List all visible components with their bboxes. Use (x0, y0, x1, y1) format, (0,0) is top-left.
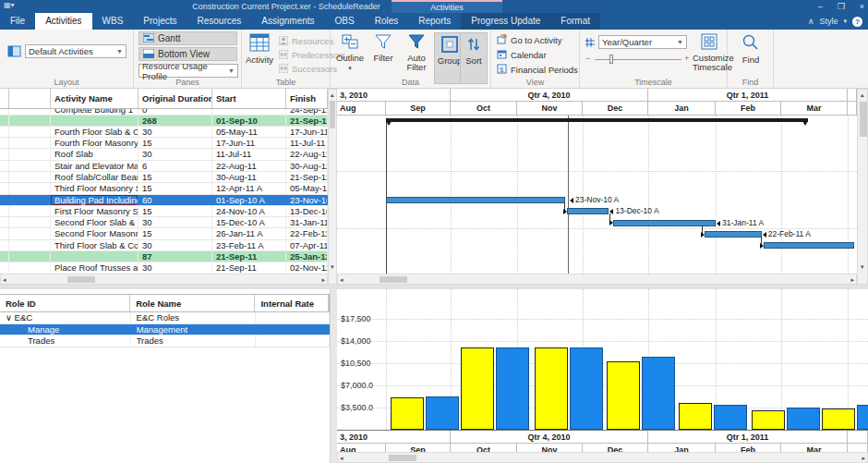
filter-button[interactable]: Filter (368, 33, 399, 63)
activity-table-hscrollbar[interactable]: ◂ ▸ (0, 274, 328, 285)
timescale-combo[interactable]: Year/Quarter▼ (598, 35, 687, 49)
role-row[interactable]: TradesTrades (0, 335, 330, 347)
activity-row[interactable]: 8721-Sep-1125-Jan-12 (0, 251, 328, 262)
role-rate-cell[interactable] (256, 324, 330, 335)
timescale-month-cell[interactable]: Sep (386, 102, 451, 116)
table-cell[interactable] (9, 217, 51, 227)
table-cell[interactable] (0, 116, 9, 126)
table-cell[interactable]: 30 (139, 240, 212, 250)
activity-row[interactable]: Second Floor Slab & Collar3015-Dec-10 A3… (0, 217, 328, 228)
activity-table-vscrollbar[interactable]: ▴ ▾ (328, 89, 337, 285)
gantt-vscrollbar[interactable]: ▴ ▾ (857, 89, 868, 285)
activity-name-cell[interactable]: Complete Building 1 (51, 109, 139, 115)
table-cell[interactable]: 15 (139, 206, 212, 216)
table-cell[interactable] (9, 240, 51, 250)
profile-bar-yellow[interactable] (391, 397, 424, 430)
table-cell[interactable] (9, 161, 51, 171)
timescale-quarter-cell[interactable]: Qtr 1, 2011 (648, 431, 848, 444)
timescale-month-cell[interactable]: Feb (716, 102, 781, 116)
gantt-toggle-button[interactable]: Gantt (139, 31, 237, 45)
profile-bar-yellow[interactable] (752, 410, 785, 430)
activity-name-cell[interactable]: First Floor Masonry Structu (51, 206, 139, 216)
activity-row[interactable]: Fourth Floor Slab & Collar B3005-May-111… (0, 127, 328, 138)
gantt-bar[interactable] (386, 197, 565, 203)
activity-name-cell[interactable] (51, 251, 139, 262)
role-rate-cell[interactable] (256, 335, 330, 347)
table-cell[interactable] (9, 262, 51, 273)
table-cell[interactable]: 17-Jun-11 (212, 138, 286, 148)
tab-obs[interactable]: OBS (325, 13, 365, 30)
table-cell[interactable]: 22-Feb-11 A (286, 228, 328, 238)
table-cell[interactable] (9, 195, 51, 205)
layout-combo[interactable]: Default Activities▼ (25, 44, 127, 58)
tab-activities[interactable]: Activities (35, 13, 91, 30)
role-name-cell[interactable]: Management (131, 324, 257, 335)
bottom-view-toggle-button[interactable]: Bottom View (139, 47, 237, 61)
table-cell[interactable] (0, 251, 9, 262)
tab-roles[interactable]: Roles (365, 13, 409, 30)
table-cell[interactable]: 15 (139, 183, 212, 193)
scroll-up-icon[interactable]: ▴ (331, 91, 334, 99)
activity-name-cell[interactable]: Roof Slab/Collar Beam (51, 172, 139, 182)
table-cell[interactable] (0, 127, 9, 137)
table-cell[interactable]: 15 (139, 138, 212, 148)
table-cell[interactable]: 05-May-11 (212, 127, 286, 137)
activity-name-cell[interactable]: Third Floor Masonry Structu (51, 183, 139, 193)
table-cell[interactable] (0, 195, 9, 205)
column-header[interactable] (9, 89, 51, 108)
table-cell[interactable] (9, 206, 51, 216)
role-name-cell[interactable]: E&C Roles (131, 312, 257, 323)
close-button[interactable]: × (860, 2, 864, 11)
table-cell[interactable]: 01-Sep-10 A (212, 195, 286, 205)
column-header[interactable]: Activity Name (51, 89, 139, 108)
auto-filter-button[interactable]: Auto Filter (401, 33, 432, 72)
timescale-month-cell[interactable]: Dec (583, 102, 648, 116)
timescale-month-cell[interactable]: Jan (648, 102, 716, 116)
table-cell[interactable] (0, 217, 9, 227)
table-cell[interactable]: 30-Aug-11 (212, 172, 286, 182)
column-header[interactable]: Role Name (130, 295, 255, 311)
table-cell[interactable] (9, 172, 51, 182)
table-cell[interactable]: 01-Sep-10 (212, 116, 286, 126)
gantt-bar[interactable] (705, 231, 762, 238)
table-cell[interactable]: 26-Jan-11 A (212, 228, 286, 238)
table-cell[interactable]: 25-Jan-12 (286, 251, 328, 262)
bottom-view-combo[interactable]: Resource Usage Profile▼ (139, 64, 238, 78)
profile-bar-blue[interactable] (570, 347, 603, 430)
activity-row[interactable]: Third Floor Masonry Structu1512-Apr-11 A… (0, 183, 328, 194)
profile-bar-yellow[interactable] (607, 361, 640, 430)
role-row[interactable]: ∨ E&CE&C Roles (0, 312, 330, 324)
calendar-button[interactable]: Calendar (497, 49, 547, 61)
customize-timescale-button[interactable]: Customize Timescale (693, 33, 726, 72)
table-cell[interactable] (0, 149, 9, 159)
gantt-bar[interactable] (613, 220, 716, 226)
table-cell[interactable]: 23-Nov-10 A (286, 195, 328, 205)
table-cell[interactable] (9, 138, 51, 148)
activity-name-cell[interactable]: Fourth Floor Slab & Collar B (51, 127, 139, 137)
table-cell[interactable]: 0 (139, 109, 212, 115)
table-cell[interactable]: 24-Sep-12 (286, 109, 328, 115)
scroll-right-icon[interactable]: ▸ (321, 276, 325, 284)
role-rate-cell[interactable] (256, 312, 330, 323)
table-cell[interactable] (9, 183, 51, 193)
tab-file[interactable]: File (0, 13, 35, 30)
scroll-left-icon[interactable]: ◂ (340, 276, 344, 284)
scroll-left-icon[interactable]: ◂ (3, 276, 6, 284)
activity-table-button[interactable]: Activity (244, 33, 275, 65)
role-name-cell[interactable]: Trades (131, 335, 257, 347)
table-cell[interactable]: 30 (139, 149, 212, 159)
table-cell[interactable]: 12-Apr-11 A (212, 183, 286, 193)
scroll-up-icon[interactable]: ▴ (861, 91, 864, 99)
table-cell[interactable]: 15 (139, 228, 212, 238)
table-cell[interactable] (9, 127, 51, 137)
timescale-month-cell[interactable]: Aug (337, 102, 386, 116)
tab-format[interactable]: Format (550, 13, 600, 30)
activity-row[interactable]: Fourth Floor Masonry Struc1517-Jun-1111-… (0, 138, 328, 149)
table-cell[interactable]: 24-Nov-10 A (212, 206, 286, 216)
table-cell[interactable]: 11-Jul-11 (286, 138, 328, 148)
profile-bar-blue[interactable] (857, 405, 868, 430)
timescale-zoom-slider[interactable] (595, 59, 681, 60)
profile-bar-blue[interactable] (426, 396, 459, 430)
table-cell[interactable] (0, 109, 9, 115)
tab-progress-update[interactable]: Progress Update (461, 13, 550, 30)
